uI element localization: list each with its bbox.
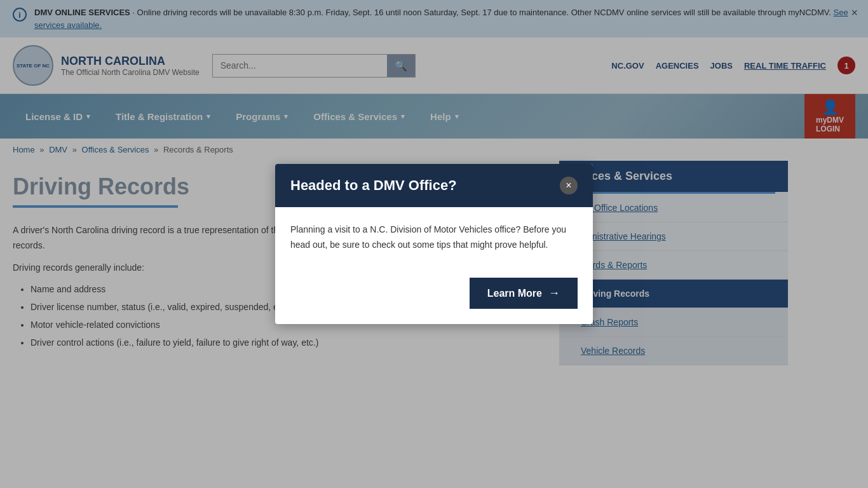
modal-body-text: Planning a visit to a N.C. Division of M… — [290, 222, 578, 253]
modal-title: Headed to a DMV Office? — [290, 177, 457, 194]
modal-header: Headed to a DMV Office? × — [275, 164, 593, 207]
modal-footer: Learn More → — [275, 268, 593, 324]
modal-close-button[interactable]: × — [560, 177, 578, 194]
modal: Headed to a DMV Office? × Planning a vis… — [275, 164, 593, 325]
modal-body: Planning a visit to a N.C. Division of M… — [275, 207, 593, 268]
learn-more-label: Learn More — [487, 288, 542, 299]
modal-overlay[interactable]: Headed to a DMV Office? × Planning a vis… — [0, 0, 868, 365]
arrow-icon: → — [548, 287, 560, 300]
learn-more-button[interactable]: Learn More → — [470, 278, 578, 309]
